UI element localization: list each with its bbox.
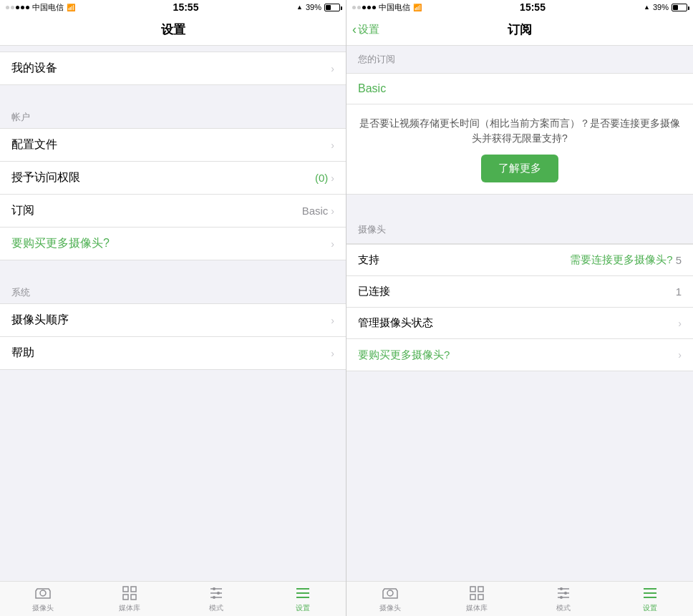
svg-point-24 bbox=[560, 596, 563, 599]
signal-dots-right bbox=[352, 6, 376, 9]
tab-settings-label-left: 设置 bbox=[296, 603, 310, 613]
tab-camera-left[interactable]: 摄像头 bbox=[0, 585, 87, 613]
tab-settings-right[interactable]: 设置 bbox=[606, 585, 693, 613]
nav-back-button[interactable]: ‹ 设置 bbox=[352, 22, 379, 37]
rdot2 bbox=[357, 6, 361, 9]
rdot4 bbox=[367, 6, 371, 9]
account-section-header: 帐户 bbox=[0, 99, 346, 128]
support-value: 需要连接更多摄像头? bbox=[570, 253, 672, 267]
promo-text: 是否要让视频存储更长时间（相比当前方案而言）？是否要连接更多摄像头并获得无限量支… bbox=[358, 116, 682, 146]
carrier-left: 中国电信 bbox=[32, 2, 64, 13]
camera-order-item[interactable]: 摄像头顺序 › bbox=[0, 304, 346, 337]
battery-icon-left bbox=[324, 4, 340, 11]
support-label: 支持 bbox=[358, 253, 379, 267]
access-value: (0) bbox=[315, 172, 328, 184]
system-group: 摄像头顺序 › 帮助 › bbox=[0, 303, 346, 370]
access-right: (0) › bbox=[315, 172, 334, 184]
subscription-value: Basic bbox=[302, 205, 329, 217]
subscription-level: Basic bbox=[346, 74, 693, 104]
tab-media-left[interactable]: 媒体库 bbox=[87, 585, 173, 613]
help-item[interactable]: 帮助 › bbox=[0, 337, 346, 369]
buy-cameras-label: 要购买更多摄像头? bbox=[11, 236, 110, 251]
battery-percent-left: 39% bbox=[306, 3, 321, 11]
chevron-help: › bbox=[331, 348, 334, 359]
learn-more-button[interactable]: 了解更多 bbox=[481, 155, 558, 182]
connected-item: 已连接 1 bbox=[346, 276, 693, 308]
chevron-buy-right: › bbox=[678, 349, 682, 361]
camera-icon-right bbox=[382, 585, 399, 602]
top-spacer bbox=[0, 46, 346, 52]
access-item[interactable]: 授予访问权限 (0) › bbox=[0, 162, 346, 195]
left-phone: 中国电信 📶 15:55 ▲ 39% 设置 我的设备 › 帐户 配置 bbox=[0, 0, 346, 616]
dot4 bbox=[21, 6, 24, 9]
dot2 bbox=[11, 6, 14, 9]
svg-point-0 bbox=[40, 590, 46, 596]
location-icon-right: ▲ bbox=[644, 4, 650, 11]
battery-fill-left bbox=[326, 5, 331, 10]
support-num: 5 bbox=[676, 254, 682, 266]
back-arrow-icon: ‹ bbox=[352, 22, 357, 37]
subscription-right: Basic › bbox=[302, 205, 334, 217]
menu-icon-right bbox=[641, 585, 659, 602]
camera-detail-list: 支持 需要连接更多摄像头? 5 已连接 1 管理摄像头状态 › 要购买更多摄像头… bbox=[346, 244, 693, 371]
subscription-item[interactable]: 订阅 Basic › bbox=[0, 195, 346, 228]
content-right[interactable]: 您的订阅 Basic 是否要让视频存储更长时间（相比当前方案而言）？是否要连接更… bbox=[346, 46, 693, 581]
svg-rect-4 bbox=[131, 595, 136, 600]
nav-bar-right: ‹ 设置 订阅 bbox=[346, 14, 693, 46]
dot1 bbox=[6, 6, 9, 9]
tab-settings-left[interactable]: 设置 bbox=[259, 585, 346, 613]
dot3 bbox=[16, 6, 19, 9]
tab-mode-left[interactable]: 模式 bbox=[173, 585, 260, 613]
chevron-access: › bbox=[331, 172, 334, 184]
svg-rect-18 bbox=[478, 595, 483, 600]
help-label: 帮助 bbox=[11, 346, 34, 361]
svg-point-22 bbox=[560, 587, 563, 590]
buy-cameras-right-label: 要购买更多摄像头? bbox=[358, 348, 450, 362]
profile-item[interactable]: 配置文件 › bbox=[0, 129, 346, 162]
svg-rect-2 bbox=[131, 587, 136, 592]
tab-media-label-right: 媒体库 bbox=[466, 603, 488, 613]
battery-fill-right bbox=[673, 5, 678, 10]
support-right: 需要连接更多摄像头? 5 bbox=[570, 253, 682, 267]
svg-point-8 bbox=[213, 587, 215, 590]
status-bar-right: 中国电信 📶 15:55 ▲ 39% bbox=[346, 0, 693, 14]
devices-group: 我的设备 › bbox=[0, 52, 346, 85]
support-item[interactable]: 支持 需要连接更多摄像头? 5 bbox=[346, 245, 693, 276]
my-devices-item[interactable]: 我的设备 › bbox=[0, 52, 346, 84]
status-left-right: 中国电信 📶 bbox=[352, 2, 422, 13]
buy-cameras-item[interactable]: 要购买更多摄像头? › bbox=[0, 228, 346, 260]
my-devices-label: 我的设备 bbox=[11, 61, 57, 76]
status-bar-left: 中国电信 📶 15:55 ▲ 39% bbox=[0, 0, 346, 14]
system-section-header: 系统 bbox=[0, 275, 346, 303]
tab-bar-right: 摄像头 媒体库 模式 bbox=[346, 581, 693, 616]
camera-order-label: 摄像头顺序 bbox=[11, 313, 69, 328]
tab-mode-right[interactable]: 模式 bbox=[520, 585, 606, 613]
svg-rect-15 bbox=[470, 587, 475, 592]
location-icon-left: ▲ bbox=[296, 4, 303, 11]
content-left[interactable]: 我的设备 › 帐户 配置文件 › 授予访问权限 (0) › 订阅 Basic bbox=[0, 46, 346, 581]
tab-camera-label-left: 摄像头 bbox=[32, 603, 54, 613]
grid-icon-left bbox=[121, 585, 138, 602]
nav-bar-left: 设置 bbox=[0, 14, 346, 46]
chevron-devices: › bbox=[331, 63, 334, 74]
account-group: 配置文件 › 授予访问权限 (0) › 订阅 Basic › 要购买更多摄像头?… bbox=[0, 128, 346, 260]
manage-cameras-label: 管理摄像头状态 bbox=[358, 316, 433, 330]
sliders-icon-right bbox=[555, 585, 572, 602]
tab-media-right[interactable]: 媒体库 bbox=[433, 585, 520, 613]
buy-cameras-right-item[interactable]: 要购买更多摄像头? › bbox=[346, 339, 693, 371]
promo-section: 是否要让视频存储更长时间（相比当前方案而言）？是否要连接更多摄像头并获得无限量支… bbox=[346, 104, 693, 195]
tab-camera-label-right: 摄像头 bbox=[379, 603, 401, 613]
tab-camera-right[interactable]: 摄像头 bbox=[346, 585, 433, 613]
subscription-section-header: 您的订阅 bbox=[346, 46, 693, 74]
wifi-icon-right: 📶 bbox=[413, 4, 422, 11]
manage-cameras-item[interactable]: 管理摄像头状态 › bbox=[346, 308, 693, 339]
section-separator bbox=[346, 195, 693, 216]
chevron-camera-order: › bbox=[331, 315, 334, 326]
chevron-manage: › bbox=[678, 318, 682, 329]
svg-point-14 bbox=[387, 590, 393, 596]
tab-settings-label-right: 设置 bbox=[643, 603, 657, 613]
carrier-right: 中国电信 bbox=[379, 2, 410, 13]
connected-value: 1 bbox=[676, 285, 682, 298]
tab-mode-label-right: 模式 bbox=[556, 603, 571, 613]
signal-dots bbox=[6, 6, 29, 9]
